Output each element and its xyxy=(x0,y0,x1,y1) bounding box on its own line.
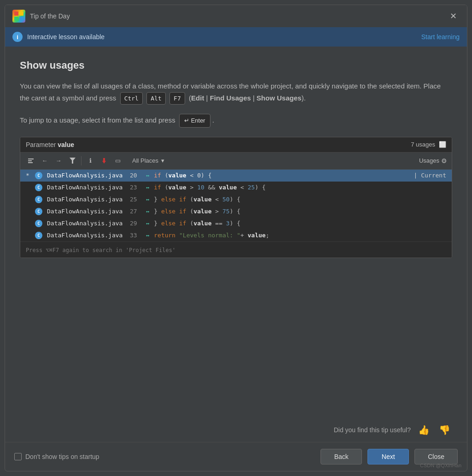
toolbar-separator-1 xyxy=(81,156,82,165)
thumbs-down-button[interactable]: 👎 xyxy=(437,423,452,436)
row-filename: DataFlowAnalysis.java xyxy=(47,172,125,179)
table-row[interactable]: C DataFlowAnalysis.java 29 ↔ } else if (… xyxy=(20,217,452,229)
svg-rect-8 xyxy=(103,158,105,161)
toolbar-btn-filter[interactable] xyxy=(66,155,78,166)
table-row[interactable]: C DataFlowAnalysis.java 23 ↔ if (value >… xyxy=(20,182,452,194)
panel-header: Parameter value 7 usages ⬜ xyxy=(20,137,452,153)
panel-usages: 7 usages ⬜ xyxy=(411,141,446,148)
svg-marker-9 xyxy=(102,161,106,164)
row-filename: DataFlowAnalysis.java xyxy=(47,220,125,227)
all-places-dropdown[interactable]: All Places ▾ xyxy=(129,156,167,165)
row-arrow-icon: ↔ xyxy=(146,184,149,191)
close-button[interactable]: Close xyxy=(414,449,458,464)
row-star: * xyxy=(26,172,30,179)
desc-text-2: To jump to a usage, select it from the l… xyxy=(20,116,175,124)
table-row[interactable]: C DataFlowAnalysis.java 33 ↔ return "Lev… xyxy=(20,229,452,241)
class-icon: C xyxy=(35,184,42,191)
start-learning-button[interactable]: Start learning xyxy=(421,33,460,41)
section-title: Show usages xyxy=(20,59,452,71)
row-arrow-icon: ↔ xyxy=(146,172,149,179)
toolbar-btn-forward[interactable]: → xyxy=(52,155,64,166)
dropdown-arrow-icon: ▾ xyxy=(161,157,164,164)
row-code: } else if (value == 3) { xyxy=(154,220,446,227)
svg-rect-4 xyxy=(28,159,34,159)
row-code: if (value > 10 && value < 25) { xyxy=(154,184,446,191)
row-arrow-icon: ↔ xyxy=(146,220,149,227)
row-line-num: 27 xyxy=(130,208,141,215)
svg-rect-6 xyxy=(28,162,33,163)
svg-rect-0 xyxy=(14,12,18,16)
info-icon: i xyxy=(12,32,23,42)
kbd-alt: Alt xyxy=(146,92,165,105)
table-row[interactable]: * C DataFlowAnalysis.java 20 ↔ if (value… xyxy=(20,170,452,182)
feedback-label: Did you find this tip useful? xyxy=(334,426,411,434)
class-icon: C xyxy=(35,172,42,179)
panel-title: Parameter value xyxy=(26,141,74,148)
info-banner-left: i Interactive lesson available xyxy=(12,32,105,42)
panel-title-bold: value xyxy=(58,141,74,148)
toolbar-btn-layout[interactable]: ▭ xyxy=(112,155,124,166)
feedback-row: Did you find this tip useful? 👍 👎 xyxy=(5,416,467,442)
title-bar-left: Tip of the Day xyxy=(12,10,70,23)
row-code: return "Levels normal: "+ value; xyxy=(154,232,446,239)
row-arrow-icon: ↔ xyxy=(146,232,149,239)
class-icon: C xyxy=(35,220,42,227)
toolbar-btn-collapse[interactable] xyxy=(25,155,37,166)
back-button[interactable]: Back xyxy=(320,449,362,464)
info-banner: i Interactive lesson available Start lea… xyxy=(5,27,467,47)
settings-gear-icon[interactable]: ⚙ xyxy=(441,157,447,165)
toolbar-btn-pin[interactable] xyxy=(98,155,110,166)
table-row[interactable]: C DataFlowAnalysis.java 25 ↔ } else if (… xyxy=(20,194,452,206)
app-icon xyxy=(12,10,25,23)
row-line-num: 25 xyxy=(130,196,141,203)
row-line-num: 29 xyxy=(130,220,141,227)
panel-footer: Press ⌥⌘F7 again to search in 'Project F… xyxy=(20,241,452,258)
dont-show-tips-checkbox[interactable] xyxy=(14,453,22,460)
row-filename: DataFlowAnalysis.java xyxy=(47,184,125,191)
info-banner-text: Interactive lesson available xyxy=(27,33,105,41)
usages-count: 7 usages xyxy=(411,141,435,148)
row-arrow-icon: ↔ xyxy=(146,196,149,203)
svg-rect-3 xyxy=(19,17,23,21)
svg-marker-7 xyxy=(70,158,76,164)
description-paragraph-1: You can view the list of all usages of a… xyxy=(20,81,452,105)
expand-icon: ⬜ xyxy=(439,141,446,148)
class-icon: C xyxy=(35,208,42,215)
row-filename: DataFlowAnalysis.java xyxy=(47,208,125,215)
dont-show-tips-label[interactable]: Don't show tips on startup xyxy=(25,453,99,460)
code-panel: Parameter value 7 usages ⬜ ← → xyxy=(20,137,452,258)
row-line-num: 20 xyxy=(130,172,141,179)
class-icon: C xyxy=(35,196,42,203)
row-line-num: 23 xyxy=(130,184,141,191)
row-current-label: | Current xyxy=(414,172,446,179)
enter-key: ↵ Enter xyxy=(179,114,210,127)
svg-rect-2 xyxy=(14,17,18,21)
main-content: Show usages You can view the list of all… xyxy=(5,47,467,416)
all-places-label: All Places xyxy=(132,157,158,164)
menu-path: (Edit | Find Usages | Show Usages). xyxy=(189,94,306,102)
panel-toolbar: ← → ℹ ▭ All Places xyxy=(20,153,452,170)
bottom-bar: Don't show tips on startup Back Next Clo… xyxy=(5,442,467,471)
toolbar-btn-info[interactable]: ℹ xyxy=(84,155,96,166)
row-arrow-icon: ↔ xyxy=(146,208,149,215)
code-list: * C DataFlowAnalysis.java 20 ↔ if (value… xyxy=(20,170,452,241)
thumbs-up-button[interactable]: 👍 xyxy=(416,423,431,436)
title-bar: Tip of the Day ✕ xyxy=(5,5,467,27)
toolbar-btn-back[interactable]: ← xyxy=(39,155,51,166)
row-code: } else if (value < 50) { xyxy=(154,196,446,203)
watermark: CSDN @QXinHan xyxy=(420,463,461,468)
class-icon: C xyxy=(35,232,42,239)
row-line-num: 33 xyxy=(130,232,141,239)
row-filename: DataFlowAnalysis.java xyxy=(47,232,125,239)
usages-label: Usages xyxy=(419,157,439,164)
svg-rect-5 xyxy=(28,160,32,161)
kbd-ctrl: Ctrl xyxy=(120,92,143,105)
kbd-f7: F7 xyxy=(169,92,185,105)
close-icon[interactable]: ✕ xyxy=(447,11,460,21)
next-button[interactable]: Next xyxy=(367,449,409,464)
dialog: Tip of the Day ✕ i Interactive lesson av… xyxy=(5,5,467,471)
row-code: if (value < 0) { xyxy=(154,172,409,179)
desc-text-3: . xyxy=(212,116,214,124)
row-code: } else if (value > 75) { xyxy=(154,208,446,215)
table-row[interactable]: C DataFlowAnalysis.java 27 ↔ } else if (… xyxy=(20,206,452,217)
